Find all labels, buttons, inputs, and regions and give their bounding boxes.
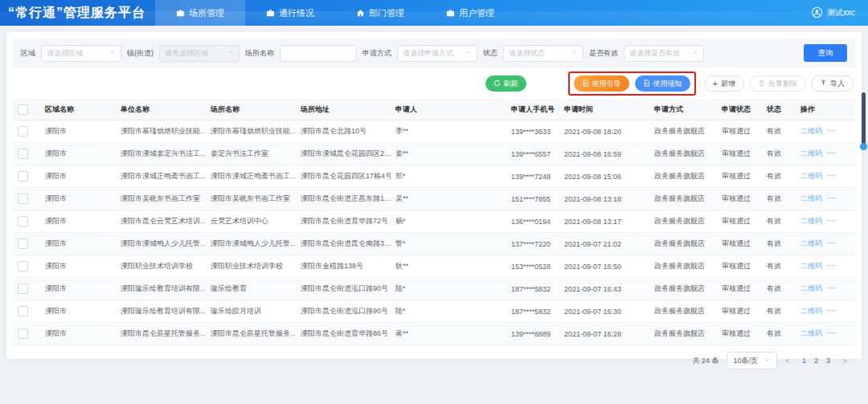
cell-site: 溧阳市溧城鸣人少儿托管… xyxy=(206,233,296,255)
row-checkbox[interactable] xyxy=(18,284,28,294)
total-count: 共 24 条 xyxy=(692,356,719,366)
usage-notice-label: 使用须知 xyxy=(653,79,682,89)
vertical-scrollbar-thumb[interactable] xyxy=(862,92,866,147)
tab-pass-status[interactable]: 通行情况 xyxy=(245,0,335,26)
column-header: 场所名称 xyxy=(206,99,296,120)
more-actions-icon[interactable]: ··· xyxy=(828,239,837,247)
document-icon xyxy=(582,80,589,88)
row-checkbox[interactable] xyxy=(18,194,28,204)
tab-department-management[interactable]: 部门管理 xyxy=(335,0,425,26)
qr-code-link[interactable]: 二维码 xyxy=(800,194,822,202)
page-size-select[interactable]: 10条/页 xyxy=(727,352,777,369)
qr-code-link[interactable]: 二维码 xyxy=(800,127,822,135)
scrollbar-handle-dot[interactable] xyxy=(860,143,867,150)
cell-region: 溧阳市 xyxy=(40,233,116,255)
validity-select[interactable]: 请选择是否有效 xyxy=(624,45,704,62)
qr-code-link[interactable]: 二维码 xyxy=(800,172,822,180)
row-checkbox[interactable] xyxy=(18,306,28,316)
town-select[interactable]: 请先选择区域 xyxy=(159,45,240,62)
cell-address: 溧阳市昆仑街道泓口路90号 xyxy=(296,278,391,300)
column-header: 申请方式 xyxy=(649,99,717,120)
top-navigation-bar: “常行通”管理服务平台 场所管理 通行情况 部门管理 用户管理 xyxy=(0,0,868,26)
qr-code-link[interactable]: 二维码 xyxy=(800,217,822,225)
more-actions-icon[interactable]: ··· xyxy=(828,284,837,292)
cell-phone: 139****3633 xyxy=(506,120,559,143)
select-all-checkbox[interactable] xyxy=(18,104,28,115)
search-button[interactable]: 查询 xyxy=(804,44,847,62)
prev-page-button[interactable]: < xyxy=(782,357,793,365)
apply-method-filter-label: 申请方式 xyxy=(362,48,391,59)
cell-applicant: 陆* xyxy=(391,300,506,323)
usage-guide-button[interactable]: 使用引导 xyxy=(574,75,629,92)
document-icon xyxy=(643,80,650,88)
tab-user-management[interactable]: 用户管理 xyxy=(425,0,515,26)
refresh-button[interactable]: 刷新 xyxy=(485,75,526,92)
cell-phone: 139****8889 xyxy=(506,323,559,345)
cell-region: 溧阳市 xyxy=(40,323,116,345)
qr-code-link[interactable]: 二维码 xyxy=(800,262,822,270)
cell-site: 璇乐绘教育 xyxy=(206,278,296,300)
page-number-3[interactable]: 3 xyxy=(822,357,834,365)
cell-status: 有效 xyxy=(762,233,796,255)
cell-applicant: 郑* xyxy=(391,165,506,188)
briefcase-icon xyxy=(266,9,275,18)
batch-delete-button[interactable]: 批量删除 xyxy=(749,75,806,92)
cell-site: 溧阳市昆仑辰星托管服务… xyxy=(206,323,296,345)
row-checkbox[interactable] xyxy=(18,149,28,159)
user-menu[interactable]: 测试xxc xyxy=(811,0,868,26)
cell-region: 溧阳市 xyxy=(40,255,116,278)
chevron-down-icon xyxy=(692,49,698,57)
row-checkbox[interactable] xyxy=(18,216,28,226)
row-checkbox[interactable] xyxy=(18,171,28,182)
row-checkbox[interactable] xyxy=(18,126,28,137)
tab-label: 用户管理 xyxy=(459,7,494,19)
page-number-1[interactable]: 1 xyxy=(798,357,810,365)
more-actions-icon[interactable]: ··· xyxy=(828,262,837,270)
cell-status: 有效 xyxy=(762,278,796,300)
qr-code-link[interactable]: 二维码 xyxy=(800,329,822,337)
page-number-2[interactable]: 2 xyxy=(810,357,822,365)
cell-site: 溧阳市溧城正鸣斋书画工… xyxy=(206,165,296,188)
place-name-input[interactable] xyxy=(280,45,357,62)
user-avatar-icon xyxy=(811,6,823,20)
row-checkbox[interactable] xyxy=(18,261,28,271)
import-button[interactable]: 导入 xyxy=(811,75,854,92)
region-select[interactable]: 请选择区域 xyxy=(41,45,121,62)
cell-region: 溧阳市 xyxy=(40,188,116,210)
cell-site: 溧阳市慕瑾烘焙职业技能… xyxy=(206,120,296,143)
more-actions-icon[interactable]: ··· xyxy=(828,329,837,337)
chevron-down-icon xyxy=(109,49,116,57)
more-actions-icon[interactable]: ··· xyxy=(828,127,837,135)
apply-method-select[interactable]: 请选择申请方式 xyxy=(397,45,477,62)
more-actions-icon[interactable]: ··· xyxy=(828,307,837,315)
add-button[interactable]: + 新增 xyxy=(704,75,744,92)
pagination: 共 24 条 10条/页 < 123 > xyxy=(6,345,862,369)
more-actions-icon[interactable]: ··· xyxy=(828,172,837,180)
row-checkbox[interactable] xyxy=(18,329,28,339)
qr-code-link[interactable]: 二维码 xyxy=(800,307,822,315)
cell-audit: 审核通过 xyxy=(717,323,762,345)
cell-method: 政务服务旗舰店 xyxy=(649,233,717,255)
validity-filter-label: 是否有效 xyxy=(589,48,618,59)
usage-notice-button[interactable]: 使用须知 xyxy=(635,75,690,92)
cell-applicant: 姜** xyxy=(391,143,506,165)
cell-audit: 审核通过 xyxy=(717,120,762,143)
row-checkbox[interactable] xyxy=(18,239,28,249)
qr-code-link[interactable]: 二维码 xyxy=(800,239,822,247)
tab-place-management[interactable]: 场所管理 xyxy=(155,0,245,26)
cell-time: 2021-09-08 16:59 xyxy=(559,143,649,165)
more-actions-icon[interactable]: ··· xyxy=(828,149,837,157)
more-actions-icon[interactable]: ··· xyxy=(828,194,837,202)
table-row: 溧阳市溧阳市溧城鸣人少儿托管…溧阳市溧城鸣人少儿托管…溧阳市昆仑街道昆仑南路3…… xyxy=(13,233,855,255)
cell-applicant: 陆* xyxy=(391,278,506,300)
qr-code-link[interactable]: 二维码 xyxy=(800,149,822,157)
table-row: 溧阳市溧阳市昆仑辰星托管服务…溧阳市昆仑辰星托管服务…溧阳市昆仑街道育华路86号… xyxy=(13,323,855,345)
more-actions-icon[interactable]: ··· xyxy=(828,217,837,225)
next-page-button[interactable]: > xyxy=(839,357,850,365)
chevron-down-icon xyxy=(571,49,578,57)
status-select[interactable]: 请选择状态 xyxy=(503,45,583,62)
table-row: 溧阳市溧阳璇乐绘教育培训有限…璇乐绘教育溧阳市昆仑街道泓口路90号陆*187**… xyxy=(13,278,855,300)
cell-unit: 溧阳市溧城姜定兴书法工… xyxy=(116,143,206,165)
cell-status: 有效 xyxy=(762,300,796,323)
qr-code-link[interactable]: 二维码 xyxy=(800,284,822,292)
